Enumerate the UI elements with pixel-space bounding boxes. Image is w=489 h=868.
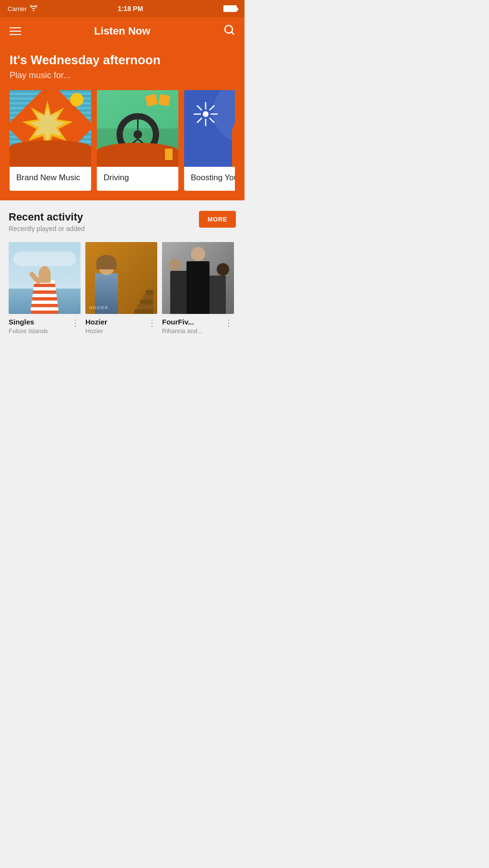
greeting-section: It's Wednesday afternoon Play music for.…: [10, 53, 235, 90]
album-more-singles[interactable]: ⋮: [70, 318, 81, 328]
greeting-main: It's Wednesday afternoon: [10, 53, 235, 68]
card-image-driving: [97, 90, 178, 167]
brand-new-music-art: [10, 90, 91, 167]
album-card-fourfive[interactable]: FourFiv... Rihanna and... ⋮: [162, 242, 234, 335]
card-label-driving: Driving: [97, 167, 178, 191]
album-info-fourfive: FourFiv... Rihanna and... ⋮: [162, 318, 234, 335]
svg-line-14: [210, 118, 214, 123]
recent-activity-title: Recent activity: [9, 211, 85, 223]
header: Listen Now It's Wednesday afternoon Play…: [0, 17, 244, 200]
card-label-brand-new-music: Brand New Music: [10, 167, 91, 191]
album-art-fourfive: [162, 242, 234, 314]
greeting-sub: Play music for...: [10, 70, 235, 81]
wifi-icon: [30, 5, 37, 12]
playlist-cards-row: Brand New Music: [10, 90, 235, 191]
boosting-art: [184, 90, 235, 167]
album-artist-hozier: Hozier: [85, 327, 147, 335]
album-card-hozier[interactable]: HOZIER Hozier Hozier ⋮: [85, 242, 157, 335]
album-more-hozier[interactable]: ⋮: [147, 318, 157, 328]
status-time: 1:18 PM: [117, 5, 143, 12]
svg-line-13: [197, 105, 202, 110]
card-image-brand-new-music: [10, 90, 91, 167]
driving-art: [97, 90, 178, 167]
album-info-hozier: Hozier Hozier ⋮: [85, 318, 157, 335]
albums-row: Singles Future Islands ⋮: [0, 235, 244, 344]
status-bar: Carrier 1:18 PM: [0, 0, 244, 17]
carrier-label: Carrier: [8, 5, 27, 12]
album-info-singles: Singles Future Islands ⋮: [9, 318, 81, 335]
more-button[interactable]: MORE: [199, 211, 236, 228]
recent-activity-title-block: Recent activity Recently played or added: [9, 211, 85, 232]
main-content: Recent activity Recently played or added…: [0, 200, 244, 344]
svg-line-16: [197, 118, 202, 123]
card-image-boosting: [184, 90, 235, 167]
album-title-hozier: Hozier: [85, 318, 147, 326]
album-card-singles[interactable]: Singles Future Islands ⋮: [9, 242, 81, 335]
menu-button[interactable]: [10, 27, 21, 35]
card-label-boosting: Boosting Your E...: [184, 167, 235, 191]
status-left: Carrier: [8, 5, 37, 12]
album-more-fourfive[interactable]: ⋮: [223, 318, 234, 328]
svg-point-17: [203, 111, 209, 117]
playlist-card-driving[interactable]: Driving: [97, 90, 178, 191]
status-right: [223, 5, 237, 12]
header-nav: Listen Now: [10, 24, 235, 38]
album-title-fourfive: FourFiv...: [162, 318, 223, 326]
search-button[interactable]: [223, 24, 235, 38]
svg-line-1: [232, 32, 234, 35]
album-artist-fourfive: Rihanna and...: [162, 327, 223, 335]
fourfive-artwork: [162, 242, 234, 314]
album-art-singles: [9, 242, 81, 314]
svg-point-0: [225, 25, 233, 33]
page-title: Listen Now: [94, 25, 150, 37]
svg-point-5: [133, 130, 142, 139]
recent-activity-header: Recent activity Recently played or added…: [0, 200, 244, 235]
album-art-hozier: HOZIER: [85, 242, 157, 314]
recent-activity-subtitle: Recently played or added: [9, 225, 85, 232]
battery-icon: [223, 5, 237, 12]
playlist-card-brand-new-music[interactable]: Brand New Music: [10, 90, 91, 191]
hozier-artwork: HOZIER: [85, 242, 157, 314]
playlist-card-boosting[interactable]: Boosting Your E...: [184, 90, 235, 191]
svg-line-15: [210, 105, 214, 110]
album-artist-singles: Future Islands: [9, 327, 70, 335]
singles-artwork: [9, 242, 81, 314]
sparkle-icon: [191, 100, 220, 128]
album-title-singles: Singles: [9, 318, 70, 326]
